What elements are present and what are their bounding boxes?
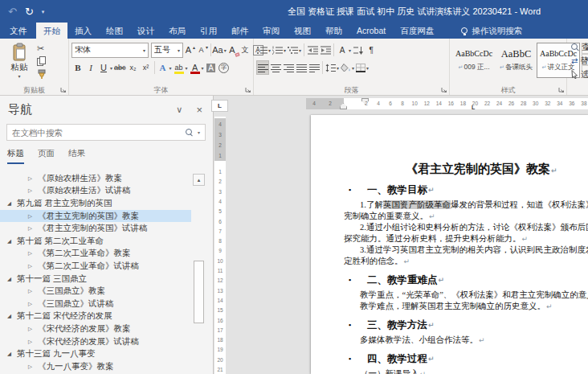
styles-dialog-launcher-icon[interactable] — [558, 87, 565, 93]
horizontal-ruler[interactable]: L 422468101214161820222426283032343638 — [306, 98, 588, 109]
paragraph-dialog-launcher-icon[interactable] — [441, 87, 447, 93]
menu-tab-百度网盘[interactable]: 百度网盘 — [393, 23, 441, 39]
menu-tab-文件[interactable]: 文件 — [0, 23, 36, 39]
show-hide-marks-button[interactable]: ¶ — [365, 43, 378, 57]
doc-text-line[interactable]: 宪制确立的重要意义。↵ — [311, 211, 588, 222]
nav-item[interactable]: ▷《三国鼎立》试讲稿 — [0, 298, 191, 310]
expand-triangle-icon[interactable]: ▷ — [28, 187, 38, 194]
shading-button[interactable]: ▾ — [340, 60, 355, 75]
multilevel-list-button[interactable]: ▾ — [287, 43, 302, 57]
nav-item[interactable]: ◢第十一篇 三国鼎立 — [0, 273, 191, 286]
doc-heading[interactable]: •三、教学方法↵ — [311, 319, 588, 331]
nav-item[interactable]: ◢第九篇 君主立宪制的英国 — [0, 197, 191, 210]
font-size-combobox[interactable]: 五号 ▾ — [151, 43, 183, 58]
menu-tab-开始[interactable]: 开始 — [36, 23, 67, 39]
underline-button[interactable]: U▾ — [97, 60, 113, 75]
collapse-triangle-icon[interactable]: ◢ — [7, 200, 17, 207]
doc-heading[interactable]: •二、教学重难点↵ — [311, 273, 588, 286]
text-effects-button[interactable]: A▾ — [157, 60, 173, 75]
asian-layout-button[interactable]: A▾ — [336, 43, 352, 57]
clipboard-dialog-launcher-icon[interactable] — [60, 87, 67, 93]
expand-triangle-icon[interactable]: ▷ — [28, 288, 38, 294]
sort-button[interactable] — [352, 43, 365, 57]
menu-tab-布局[interactable]: 布局 — [161, 23, 193, 39]
enclose-characters-button[interactable]: 字 — [218, 60, 231, 75]
vertical-ruler[interactable]: 4321123456789101112131415161718192021 — [214, 117, 226, 374]
doc-text-line[interactable]: （一）新课导入↵ — [311, 368, 588, 374]
font-dialog-launcher-icon[interactable] — [245, 87, 251, 93]
expand-triangle-icon[interactable]: ▷ — [28, 250, 38, 257]
nav-item[interactable]: ▷《原始农耕生活》教案 — [0, 172, 191, 185]
scrollbar-thumb[interactable] — [194, 261, 204, 323]
doc-text-line[interactable]: 教学重点，“光荣革命”、《权利法案》和君主立宪制确立的意义。↵ — [311, 290, 588, 301]
expand-triangle-icon[interactable]: ▷ — [28, 364, 38, 370]
replace-button[interactable]: ⇄ 替换 — [570, 54, 588, 68]
menu-tab-帮助[interactable]: 帮助 — [318, 23, 349, 39]
menu-tab-绘图[interactable]: 绘图 — [99, 23, 130, 39]
nav-item[interactable]: ◢第十三篇 九一八事变 — [0, 347, 191, 360]
increase-indent-button[interactable] — [319, 43, 332, 57]
decrease-indent-button[interactable] — [306, 43, 319, 57]
subscript-button[interactable]: x₂ — [127, 60, 140, 75]
text-highlight-button[interactable]: ab▾ — [173, 60, 189, 75]
nav-item[interactable]: ▷《原始农耕生活》试讲稿 — [0, 185, 191, 198]
nav-close-icon[interactable]: × — [196, 104, 202, 116]
nav-item[interactable]: ▷《宋代经济的发展》教案 — [0, 323, 191, 335]
font-name-combobox[interactable]: 宋体 ▾ — [71, 43, 149, 58]
nav-item[interactable]: ▷《君主立宪制的英国》试讲稿 — [0, 222, 191, 235]
style-card[interactable]: AaBbCcDc↵009 正... — [452, 43, 496, 78]
bold-button[interactable]: B — [71, 60, 84, 75]
nav-search-box[interactable]: ▾ — [6, 124, 206, 141]
expand-triangle-icon[interactable]: ▷ — [28, 175, 38, 182]
menu-tab-操作说明搜索[interactable]: 操作说明搜索 — [454, 23, 529, 39]
phonetic-guide-button[interactable]: 文 — [239, 43, 251, 57]
search-icon[interactable] — [186, 129, 194, 137]
menu-tab-插入[interactable]: 插入 — [67, 23, 99, 39]
doc-heading[interactable]: •一、教学目标↵ — [311, 183, 588, 196]
menu-tab-邮件[interactable]: 邮件 — [224, 23, 255, 39]
align-left-button[interactable] — [256, 60, 269, 75]
nav-options-chevron-icon[interactable]: ∨ — [176, 105, 182, 115]
find-button[interactable]: 查找 ▾ — [570, 40, 588, 54]
doc-text-line[interactable]: 2.通过小组讨论和史料分析的方法，讨论《权利法案》颁布后国王权力的变化， — [311, 222, 588, 233]
clear-formatting-button[interactable]: A — [226, 43, 239, 57]
document-page[interactable]: 《君主立宪制的英国》教案↵•一、教学目标↵1.了解英国资产阶级革命爆发的背景和过… — [311, 115, 588, 374]
font-color-button[interactable]: A▾ — [189, 60, 205, 75]
expand-triangle-icon[interactable]: ▷ — [28, 213, 38, 220]
expand-triangle-icon[interactable]: ▷ — [28, 225, 38, 232]
paste-button[interactable]: 粘贴 ▾ — [2, 40, 36, 84]
expand-triangle-icon[interactable]: ▷ — [28, 326, 38, 332]
doc-text-line[interactable]: 3.通过学习英国君主立宪制的相关内容，认识到民主政治制度发展的曲折性，树 — [311, 245, 588, 256]
nav-item[interactable]: ◢第十篇 第二次工业革命 — [0, 235, 191, 248]
doc-text-line[interactable]: 教学难点，理解英国君主立宪制确立的历史意义。↵ — [311, 301, 588, 312]
align-center-button[interactable] — [269, 60, 282, 75]
bullet-list-button[interactable]: ▾ — [256, 43, 272, 57]
menu-tab-审阅[interactable]: 审阅 — [255, 23, 287, 39]
tab-selector[interactable]: L — [211, 100, 228, 112]
cut-button[interactable]: ✂ — [36, 42, 49, 55]
select-button[interactable]: 选择 ▾ — [570, 68, 588, 81]
collapse-triangle-icon[interactable]: ◢ — [7, 238, 17, 245]
copy-button[interactable] — [36, 55, 49, 68]
doc-heading[interactable]: •四、教学过程↵ — [311, 352, 588, 365]
nav-item[interactable]: ▷《九一八事变》教案 — [0, 360, 191, 373]
doc-text-line[interactable]: 探究能力。通过分析史料，提升史料分析能力。↵ — [311, 233, 588, 245]
menu-tab-视图[interactable]: 视图 — [287, 23, 318, 39]
scrollbar-up-icon[interactable]: ▴ — [193, 174, 205, 186]
nav-item[interactable]: ◢第十二篇 宋代经济的发展 — [0, 310, 191, 323]
nav-item[interactable]: ▷《君主立宪制的英国》教案 — [0, 210, 191, 223]
collapse-triangle-icon[interactable]: ◢ — [7, 276, 17, 282]
undo-icon[interactable]: ↶ — [8, 6, 17, 17]
shrink-font-button[interactable]: A▾ — [196, 43, 209, 57]
customize-quick-access-icon[interactable]: ▾ — [42, 9, 45, 14]
menu-tab-引用[interactable]: 引用 — [193, 23, 224, 39]
doc-text-line[interactable]: 多媒体教学法、小组合作法等。↵ — [311, 335, 588, 346]
justify-button[interactable] — [295, 60, 308, 75]
nav-item[interactable]: ▷《第二次工业革命》教案 — [0, 248, 191, 261]
nav-scrollbar[interactable]: ▴ — [193, 172, 205, 374]
expand-triangle-icon[interactable]: ▷ — [28, 339, 38, 345]
nav-tab-页面[interactable]: 页面 — [38, 148, 55, 164]
numbered-list-button[interactable]: ▾ — [272, 43, 287, 57]
menu-tab-Acrobat[interactable]: Acrobat — [349, 23, 393, 39]
collapse-triangle-icon[interactable]: ◢ — [7, 351, 17, 357]
